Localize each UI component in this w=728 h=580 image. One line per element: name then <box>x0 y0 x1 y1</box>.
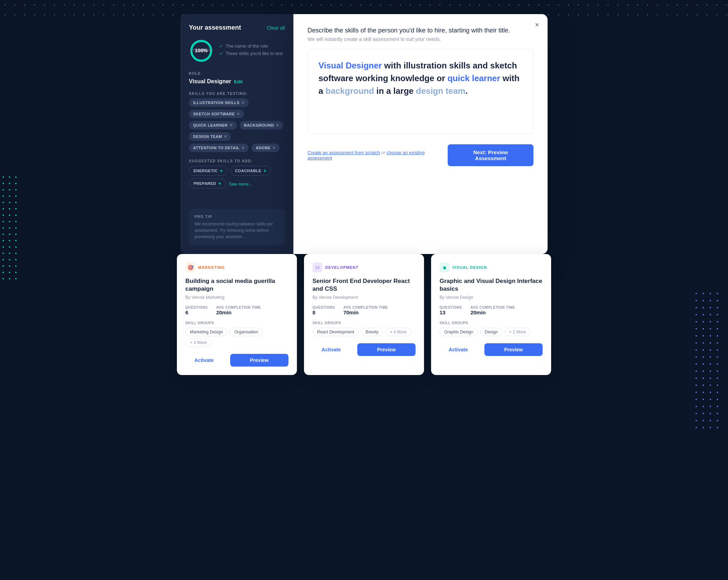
modal-title: Describe the skills of the person you'd … <box>308 27 533 34</box>
pro-tip-box: PRO TIP We recommend having between skil… <box>189 209 285 246</box>
development-questions-stat: QUESTIONS 8 <box>312 306 335 315</box>
card-visual-design-category: ◆ VISUAL DESIGN <box>440 262 543 272</box>
card-development: ⟨/⟩ DEVELOPMENT Senior Front End Develop… <box>304 254 424 375</box>
next-preview-button[interactable]: Next: Preview Assessment <box>448 144 533 166</box>
visual-design-skills-label: SKILL GROUPS <box>440 321 543 325</box>
check-icon-1: ✓ <box>219 44 223 49</box>
check-icon-2: ✓ <box>219 51 223 56</box>
pro-tip-label: PRO TIP <box>195 215 279 219</box>
suggested-prepared[interactable]: PREPARED + <box>189 179 226 188</box>
marketing-questions-stat: QUESTIONS 6 <box>185 306 208 315</box>
marketing-cat-label: MARKETING <box>198 265 225 270</box>
skills-label: SKILLS YOU ARE TESTING: <box>189 92 285 96</box>
role-section: ROLE Visual Designer Edit <box>189 72 285 85</box>
skill-tag-design-team[interactable]: DESIGN TEAM × <box>189 132 231 141</box>
visual-design-questions-stat: QUESTIONS 13 <box>440 306 462 315</box>
card-marketing-title: Building a social media guerilla campaig… <box>185 277 288 293</box>
sidebar: Your assessment Clear all 100% STRENGTH … <box>180 14 293 254</box>
circle-progress: 100% STRENGTH <box>189 38 214 63</box>
card-visual-design-title: Graphic and Visual Design Interface basi… <box>440 277 543 293</box>
development-completion-stat: AVG COMPLETION TIME 70min <box>343 306 388 315</box>
check-item-1: ✓ The name of the role <box>219 43 283 49</box>
marketing-chip-1: Marketing Design <box>185 328 227 336</box>
skills-section: SKILLS YOU ARE TESTING: ILLUSTRATION SKI… <box>189 92 285 152</box>
card-development-title: Senior Front End Developer React and CSS <box>312 277 416 293</box>
suggested-section: SUGGESTED SKILLS TO ADD: ENERGETIC + COA… <box>189 159 285 188</box>
visual-design-activate-button[interactable]: Activate <box>440 343 477 356</box>
development-preview-button[interactable]: Preview <box>357 343 416 356</box>
add-energetic-icon[interactable]: + <box>220 168 223 174</box>
visual-design-cat-label: VISUAL DESIGN <box>452 265 487 270</box>
development-skills-label: SKILL GROUPS <box>312 321 416 325</box>
development-cat-label: DEVELOPMENT <box>325 265 359 270</box>
card-marketing-category: 🎯 MARKETING <box>185 262 288 272</box>
card-visual-design-by: By Vervoe Design <box>440 295 543 300</box>
skill-tag-attention[interactable]: ATTENTION TO DETAIL × <box>189 144 249 152</box>
remove-sketch-icon[interactable]: × <box>237 111 240 116</box>
development-chip-more[interactable]: + 4 More <box>385 328 411 336</box>
visual-design-completion-stat: AVG COMPLETION TIME 20min <box>470 306 515 315</box>
modal-area: × Describe the skills of the person you'… <box>293 14 548 254</box>
skill-tag-background[interactable]: BACKGROUND × <box>240 121 283 129</box>
modal-subtitle: We will instantly create a skill assessm… <box>308 36 533 42</box>
modal-close-button[interactable]: × <box>535 21 539 28</box>
skill-tag-quick-learner[interactable]: QUICK LEARNER × <box>189 121 237 129</box>
add-prepared-icon[interactable]: + <box>218 181 221 186</box>
add-coachable-icon[interactable]: + <box>263 168 267 174</box>
remove-background-icon[interactable]: × <box>276 123 279 128</box>
role-name: Visual Designer Edit <box>189 78 285 85</box>
see-more-link[interactable]: See more... <box>229 179 252 188</box>
remove-adobe-icon[interactable]: × <box>273 145 275 150</box>
sidebar-title: Your assessment <box>189 24 241 31</box>
visual-design-chip-1: Graphic Design <box>440 328 478 336</box>
marketing-completion-stat: AVG COMPLETION TIME 20min <box>216 306 261 315</box>
card-marketing-stats: QUESTIONS 6 AVG COMPLETION TIME 20min <box>185 306 288 315</box>
role-label: ROLE <box>189 72 285 75</box>
card-development-by: By Vervoe Development <box>312 295 416 300</box>
marketing-cat-icon: 🎯 <box>185 262 195 272</box>
remove-quick-icon[interactable]: × <box>230 123 233 128</box>
marketing-skill-chips: Marketing Design Organisation + 4 More <box>185 328 288 347</box>
suggested-energetic[interactable]: ENERGETIC + <box>189 166 227 176</box>
marketing-preview-button[interactable]: Preview <box>230 354 288 367</box>
card-development-stats: QUESTIONS 8 AVG COMPLETION TIME 70min <box>312 306 416 315</box>
strength-section: 100% STRENGTH ✓ The name of the role ✓ T… <box>189 38 285 63</box>
pro-tip-text: We recommend having between skills per a… <box>195 221 279 240</box>
strength-checklist: ✓ The name of the role ✓ Three skills yo… <box>219 43 283 58</box>
visual-design-card-actions: Activate Preview <box>440 343 543 356</box>
development-skill-chips: React Development Brevity + 4 More <box>312 328 416 336</box>
card-visual-design-stats: QUESTIONS 13 AVG COMPLETION TIME 20min <box>440 306 543 315</box>
development-activate-button[interactable]: Activate <box>312 343 350 356</box>
modal-footer: Create an assessment from scratch or cho… <box>308 144 533 166</box>
text-display-box: Visual Designer with illustration skills… <box>308 49 533 134</box>
visual-design-chip-more[interactable]: + 2 More <box>505 328 531 336</box>
suggested-tags-container: ENERGETIC + COACHABLE + PREPARED + See m… <box>189 166 285 188</box>
suggested-coachable[interactable]: COACHABLE + <box>230 166 271 176</box>
clear-all-link[interactable]: Clear all <box>267 25 285 31</box>
edit-role-link[interactable]: Edit <box>234 79 243 84</box>
skills-tags-container: ILLUSTRATION SKILLS × SKETCH SOFTWARE × … <box>189 98 285 152</box>
sidebar-header: Your assessment Clear all <box>189 24 285 31</box>
card-marketing: 🎯 MARKETING Building a social media guer… <box>177 254 297 375</box>
remove-attention-icon[interactable]: × <box>242 145 245 150</box>
development-card-actions: Activate Preview <box>312 343 416 356</box>
suggested-label: SUGGESTED SKILLS TO ADD: <box>189 159 285 163</box>
visual-design-skill-chips: Graphic Design Design + 2 More <box>440 328 543 336</box>
card-visual-design: ◆ VISUAL DESIGN Graphic and Visual Desig… <box>431 254 551 375</box>
skill-tag-sketch[interactable]: SKETCH SOFTWARE × <box>189 110 244 118</box>
remove-design-team-icon[interactable]: × <box>224 134 227 139</box>
visual-design-preview-button[interactable]: Preview <box>484 343 543 356</box>
marketing-chip-more[interactable]: + 4 More <box>185 338 211 347</box>
create-scratch-link[interactable]: Create an assessment from scratch <box>308 150 380 155</box>
card-marketing-by: By Vervoe Marketing <box>185 295 288 300</box>
marketing-activate-button[interactable]: Activate <box>185 354 223 367</box>
skill-tag-illustration[interactable]: ILLUSTRATION SKILLS × <box>189 98 249 107</box>
visual-design-chip-2: Design <box>480 328 502 336</box>
footer-or: or <box>381 150 387 155</box>
development-cat-icon: ⟨/⟩ <box>312 262 322 272</box>
check-item-2: ✓ Three skills you'd like to test <box>219 51 283 56</box>
development-chip-2: Brevity <box>361 328 383 336</box>
skill-tag-adobe[interactable]: ADOBE × <box>251 144 280 152</box>
marketing-chip-2: Organisation <box>229 328 263 336</box>
remove-illustration-icon[interactable]: × <box>242 100 245 105</box>
